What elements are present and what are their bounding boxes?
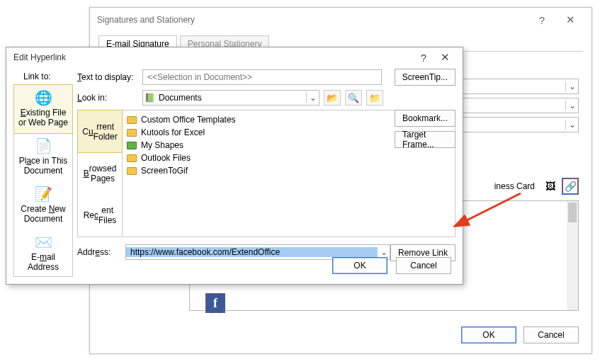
look-in-label: Look in: xyxy=(77,93,138,103)
screentip-button[interactable]: ScreenTip... xyxy=(395,69,455,86)
chevron-down-icon: ⌄ xyxy=(565,120,578,130)
link-to-nav: 🌐 EExisting Filexisting Fileor Web Page … xyxy=(13,84,73,277)
sig-footer: OK Cancel xyxy=(461,326,579,343)
link-title: Edit Hyperlink xyxy=(13,52,66,62)
insert-hyperlink-button[interactable]: 🔗 xyxy=(562,178,579,195)
side-buttons: Bookmark... Target Frame... xyxy=(395,110,455,148)
help-icon[interactable]: ? xyxy=(528,14,556,26)
close-icon[interactable]: ✕ xyxy=(556,13,584,26)
list-item[interactable]: ScreenToGif xyxy=(127,164,451,177)
help-icon[interactable]: ? xyxy=(413,52,434,64)
nav-create-new[interactable]: 📝 Create NewDocument xyxy=(14,181,72,229)
bookmark-button[interactable]: Bookmark... xyxy=(395,110,455,127)
sig-title: Signatures and Stationery xyxy=(97,15,195,25)
folder-icon xyxy=(127,167,137,175)
sig-ok-button[interactable]: OK xyxy=(461,326,516,343)
email-icon: ✉️ xyxy=(16,234,71,251)
folder-icon xyxy=(127,116,137,124)
scroll-thumb[interactable] xyxy=(568,203,577,222)
text-to-display-label: Text to display: xyxy=(77,72,138,82)
sig-cancel-button[interactable]: Cancel xyxy=(523,326,579,343)
address-label: Address: xyxy=(77,247,120,257)
chevron-down-icon: ⌄ xyxy=(565,101,578,110)
globe-file-icon: 🌐 xyxy=(16,89,71,106)
sub-current-folder[interactable]: CurrentFolder xyxy=(78,110,122,152)
link-cancel-button[interactable]: Cancel xyxy=(396,257,451,274)
chevron-down-icon: ⌄ xyxy=(565,81,578,91)
nav-label: E xyxy=(21,108,26,118)
sub-browsed-pages[interactable]: BrowsedPages xyxy=(78,152,122,194)
folder-icon xyxy=(127,154,137,162)
facebook-icon[interactable]: f xyxy=(205,293,225,313)
nav-existing-file[interactable]: 🌐 EExisting Filexisting Fileor Web Page xyxy=(14,85,72,133)
link-titlebar: Edit Hyperlink ? ✕ xyxy=(6,47,463,67)
browse-subcol: CurrentFolder BrowsedPages RecentFiles xyxy=(77,110,123,237)
browse-file-button[interactable]: 📁 xyxy=(366,90,383,106)
sub-recent-files[interactable]: RecentFiles xyxy=(78,195,122,237)
business-card-label: iness Card xyxy=(490,178,539,194)
folder-icon xyxy=(127,142,137,149)
nav-email-address[interactable]: ✉️ E-mailAddress xyxy=(14,229,72,278)
insert-picture-button[interactable]: 🖼 xyxy=(542,178,559,195)
chevron-down-icon: ⌄ xyxy=(377,247,390,257)
documents-folder-icon: 📗 xyxy=(143,93,156,103)
link-footer: OK Cancel xyxy=(332,257,451,274)
up-folder-button[interactable]: 📂 xyxy=(324,90,341,106)
scrollbar[interactable] xyxy=(567,201,578,310)
link-ok-button[interactable]: OK xyxy=(332,257,387,274)
folder-icon xyxy=(127,129,137,137)
document-target-icon: 📄 xyxy=(16,137,71,154)
edit-hyperlink-dialog: Edit Hyperlink ? ✕ Link to: 🌐 EExisting … xyxy=(6,47,463,285)
link-to-label: Link to: xyxy=(23,72,51,81)
target-frame-button[interactable]: Target Frame... xyxy=(395,131,455,148)
nav-place-in-doc[interactable]: 📄 Place in ThisDocument xyxy=(14,133,72,181)
list-item[interactable]: Outlook Files xyxy=(127,152,451,164)
sig-toolbar: iness Card 🖼 🔗 xyxy=(490,178,579,195)
sig-titlebar: Signatures and Stationery ? ✕ xyxy=(90,8,591,32)
text-to-display-input[interactable]: <<Selection in Document>> xyxy=(142,69,382,85)
browse-web-button[interactable]: 🔍 xyxy=(345,90,362,106)
look-in-combo[interactable]: 📗 Documents ⌄ xyxy=(142,90,319,106)
close-icon[interactable]: ✕ xyxy=(434,51,455,64)
chevron-down-icon: ⌄ xyxy=(306,93,319,103)
new-document-icon: 📝 xyxy=(16,186,71,203)
